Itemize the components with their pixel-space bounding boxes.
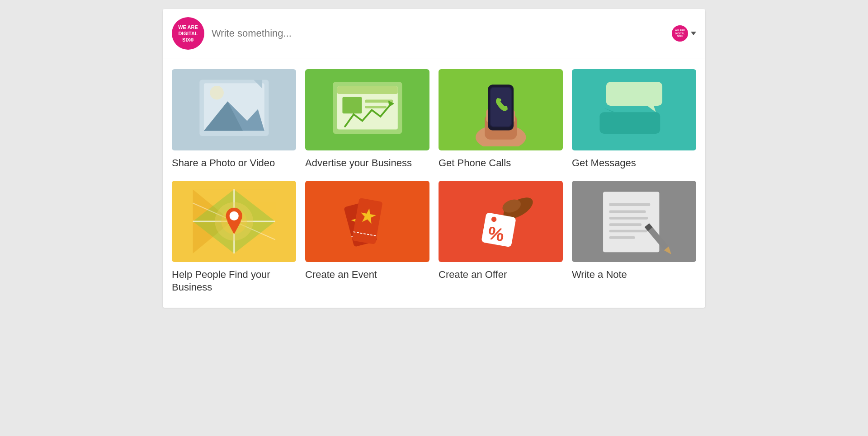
grid-item-find-business[interactable]: Help People Find your Business	[172, 181, 296, 294]
svg-rect-22	[606, 82, 662, 106]
tile-label-create-event: Create an Event	[305, 268, 429, 281]
svg-rect-24	[599, 112, 660, 134]
account-dropdown-chevron[interactable]	[691, 32, 696, 35]
grid-item-create-event[interactable]: Create an Event	[305, 181, 429, 294]
svg-marker-23	[647, 105, 656, 112]
svg-rect-55	[609, 236, 635, 239]
tile-label-find-business: Help People Find your Business	[172, 268, 296, 294]
svg-rect-49	[603, 192, 659, 253]
logo-text: WE AREDIGITALSIX®	[178, 24, 198, 43]
write-something-input[interactable]	[212, 28, 663, 39]
grid-item-photo-video[interactable]: Share a Photo or Video	[172, 69, 296, 170]
grid-item-advertise[interactable]: Advertise your Business	[305, 69, 429, 170]
post-type-grid: Share a Photo or Video	[172, 69, 696, 294]
header: WE AREDIGITALSIX® WE AREDIGITALSIX®	[163, 9, 705, 58]
tile-image-messages	[572, 69, 696, 150]
tile-image-write-note	[572, 181, 696, 262]
mini-logo-text: WE AREDIGITALSIX®	[675, 29, 685, 38]
grid-item-phone-calls[interactable]: Get Phone Calls	[439, 69, 563, 170]
svg-rect-50	[609, 203, 650, 206]
mini-logo-avatar: WE AREDIGITALSIX®	[672, 25, 688, 42]
tile-label-messages: Get Messages	[572, 157, 696, 170]
tile-image-photo-video	[172, 69, 296, 150]
grid-item-write-note[interactable]: Write a Note	[572, 181, 696, 294]
tile-label-phone-calls: Get Phone Calls	[439, 157, 563, 170]
tile-image-find-business	[172, 181, 296, 262]
svg-rect-52	[609, 217, 648, 220]
svg-point-4	[210, 85, 224, 99]
tile-label-advertise: Advertise your Business	[305, 157, 429, 170]
tile-label-write-note: Write a Note	[572, 268, 696, 281]
grid-item-messages[interactable]: Get Messages	[572, 69, 696, 170]
svg-rect-8	[337, 86, 398, 94]
page-wrapper: WE AREDIGITALSIX® WE AREDIGITALSIX®	[0, 0, 868, 436]
grid-section: Share a Photo or Video	[163, 58, 705, 308]
tile-image-create-offer: %	[439, 181, 563, 262]
tile-image-phone-calls	[439, 69, 563, 150]
grid-item-create-offer[interactable]: % Create an Offer	[439, 181, 563, 294]
svg-rect-51	[609, 211, 646, 213]
tile-image-create-event	[305, 181, 429, 262]
tile-label-photo-video: Share a Photo or Video	[172, 157, 296, 170]
header-right: WE AREDIGITALSIX®	[672, 25, 696, 42]
svg-rect-11	[365, 105, 387, 108]
svg-rect-53	[609, 223, 642, 226]
svg-point-36	[229, 211, 238, 220]
main-card: WE AREDIGITALSIX® WE AREDIGITALSIX®	[163, 9, 705, 308]
svg-rect-9	[342, 97, 362, 113]
svg-rect-54	[609, 230, 647, 233]
logo-avatar: WE AREDIGITALSIX®	[172, 17, 204, 50]
tile-label-create-offer: Create an Offer	[439, 268, 563, 281]
svg-marker-25	[604, 108, 615, 112]
tile-image-advertise	[305, 69, 429, 150]
